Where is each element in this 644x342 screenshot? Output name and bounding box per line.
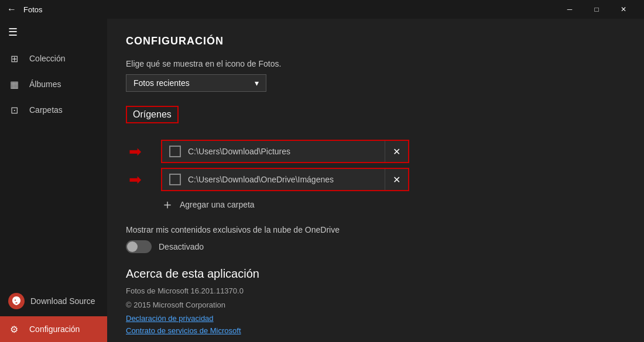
about-title: Acerca de esta aplicación	[126, 267, 625, 281]
folder-row-1: ➡ C:\Users\Download\Pictures ✕	[161, 140, 625, 163]
back-button[interactable]: ←	[7, 4, 16, 15]
sidebar-item-configuracion[interactable]: ⚙ Configuración	[0, 316, 107, 342]
remove-folder-2-button[interactable]: ✕	[385, 169, 408, 190]
main-content: CONFIGURACIÓN Elige qué se muestra en el…	[107, 19, 644, 342]
sidebar-item-coleccion[interactable]: ⊞ Colección	[0, 46, 107, 71]
sidebar-item-label: Colección	[29, 54, 65, 63]
services-link[interactable]: Contrato de servicios de Microsoft	[126, 326, 625, 335]
sidebar: ☰ ⊞ Colección ▦ Álbumes ⊡ Carpetas Downl…	[0, 19, 107, 342]
minimize-button[interactable]: ─	[556, 0, 583, 19]
sidebar-configuracion-label: Configuración	[29, 324, 80, 334]
sidebar-item-albumes[interactable]: ▦ Álbumes	[0, 71, 107, 97]
onedrive-toggle[interactable]	[126, 240, 152, 253]
chevron-down-icon: ▾	[255, 78, 259, 88]
restore-button[interactable]: □	[583, 0, 610, 19]
folder-icon-1	[169, 146, 181, 157]
fotos-dropdown[interactable]: Fotos recientes ▾	[126, 74, 266, 92]
origenes-title: Orígenes	[126, 106, 179, 123]
app-body: ☰ ⊞ Colección ▦ Álbumes ⊡ Carpetas Downl…	[0, 19, 644, 342]
app-title: Fotos	[23, 5, 556, 14]
folder-item-2: C:\Users\Download\OneDrive\Imágenes	[162, 169, 385, 190]
about-line1: Fotos de Microsoft 16.201.11370.0	[126, 285, 625, 297]
folder-path-1: C:\Users\Download\Pictures	[188, 147, 290, 156]
folder-icon-2	[169, 174, 181, 185]
titlebar: ← Fotos ─ □ ✕	[0, 0, 644, 19]
coleccion-icon: ⊞	[8, 53, 20, 64]
toggle-thumb	[127, 241, 138, 252]
sidebar-item-label: Álbumes	[29, 80, 61, 89]
add-folder-row[interactable]: ＋ Agregar una carpeta	[161, 196, 625, 213]
folder-item-1: C:\Users\Download\Pictures	[162, 141, 385, 162]
folder-box-1: C:\Users\Download\Pictures ✕	[161, 140, 409, 163]
download-source-label: Download Source	[30, 296, 95, 306]
about-line2: © 2015 Microsoft Corporation	[126, 299, 625, 311]
add-icon: ＋	[161, 196, 174, 213]
albumes-icon: ▦	[8, 78, 20, 90]
sidebar-item-download-source[interactable]: Download Source	[0, 286, 107, 316]
folder-box-2: C:\Users\Download\OneDrive\Imágenes ✕	[161, 168, 409, 191]
arrow-annotation-2: ➡	[129, 171, 142, 189]
privacy-link[interactable]: Declaración de privacidad	[126, 314, 625, 323]
carpetas-icon: ⊡	[8, 104, 20, 116]
onedrive-label: Mostrar mis contenidos exclusivos de la …	[126, 225, 419, 234]
sidebar-item-label: Carpetas	[29, 105, 63, 115]
config-icon: ⚙	[8, 323, 20, 335]
remove-folder-1-button[interactable]: ✕	[385, 141, 408, 162]
page-title: CONFIGURACIÓN	[126, 35, 625, 47]
folder-path-2: C:\Users\Download\OneDrive\Imágenes	[188, 175, 334, 184]
sidebar-item-carpetas[interactable]: ⊡ Carpetas	[0, 97, 107, 123]
toggle-row: Desactivado	[126, 240, 625, 253]
arrow-annotation-1: ➡	[129, 143, 142, 161]
hamburger-menu-icon[interactable]: ☰	[0, 19, 107, 46]
toggle-label: Desactivado	[159, 242, 204, 251]
show-icon-label: Elige qué se muestra en el icono de Foto…	[126, 59, 625, 68]
sidebar-bottom: Download Source ⚙ Configuración	[0, 286, 107, 342]
download-source-avatar	[8, 293, 25, 309]
add-folder-label: Agregar una carpeta	[180, 200, 255, 209]
folder-row-2: ➡ C:\Users\Download\OneDrive\Imágenes ✕	[161, 168, 625, 191]
window-controls: ─ □ ✕	[556, 0, 637, 19]
dropdown-value: Fotos recientes	[133, 78, 190, 88]
close-button[interactable]: ✕	[610, 0, 637, 19]
